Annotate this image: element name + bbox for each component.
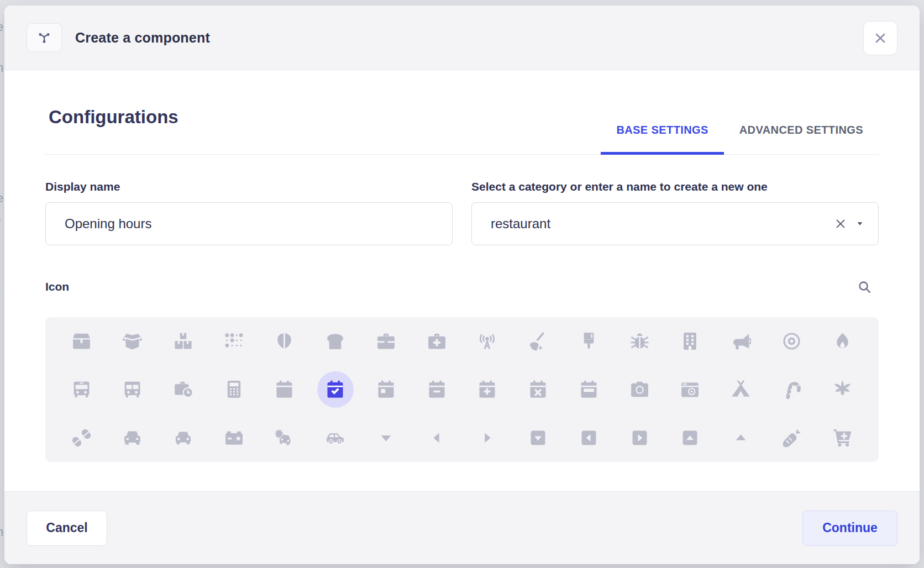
icon-option-boxes[interactable] xyxy=(165,323,201,360)
icon-option-caret-up[interactable] xyxy=(723,419,759,456)
caret-square-down-icon xyxy=(528,428,548,448)
icon-option-calendar-plus[interactable] xyxy=(469,371,506,408)
caret-down-icon[interactable] xyxy=(855,219,864,228)
icon-option-camera[interactable] xyxy=(621,371,658,408)
icon-grid xyxy=(45,317,879,462)
icon-option-box-open[interactable] xyxy=(114,323,151,360)
icon-option-car-side[interactable] xyxy=(317,419,354,456)
cancel-button[interactable]: Cancel xyxy=(27,511,107,546)
section-heading: Configurations xyxy=(49,107,179,128)
icon-option-brush[interactable] xyxy=(570,323,607,360)
candy-cane-icon xyxy=(781,379,802,399)
icon-option-bus[interactable] xyxy=(64,371,100,408)
component-branch-icon xyxy=(37,30,51,45)
backdrop-text-fragment: e xyxy=(0,191,3,206)
icon-option-car-alt[interactable] xyxy=(165,419,201,456)
icon-option-caret-square-left[interactable] xyxy=(570,419,607,456)
icon-option-caret-square-right[interactable] xyxy=(621,419,658,456)
icon-option-briefcase-medical[interactable] xyxy=(418,323,455,360)
icon-option-caret-left[interactable] xyxy=(418,419,455,456)
tab-advanced-settings[interactable]: ADVANCED SETTINGS xyxy=(724,124,879,155)
tab-base-settings[interactable]: BASE SETTINGS xyxy=(601,124,723,155)
car-battery-icon xyxy=(224,428,244,448)
icon-option-braille[interactable] xyxy=(216,323,252,360)
car-alt-icon xyxy=(173,428,193,448)
display-name-input[interactable] xyxy=(45,202,453,245)
icon-option-briefcase[interactable] xyxy=(368,323,404,360)
cart-plus-icon xyxy=(832,428,853,448)
category-select-input[interactable] xyxy=(471,202,879,245)
category-field: Select a category or enter a name to cre… xyxy=(471,180,879,245)
icon-option-calendar-times[interactable] xyxy=(520,371,556,408)
calendar-icon xyxy=(274,379,295,399)
modal-body: Configurations BASE SETTINGS ADVANCED SE… xyxy=(4,70,920,491)
create-component-modal: Create a component Configurations BASE S… xyxy=(4,6,920,564)
building-icon xyxy=(680,331,700,351)
caret-down-icon xyxy=(376,428,396,448)
burn-icon xyxy=(832,331,853,351)
icon-option-box[interactable] xyxy=(64,323,100,360)
icon-option-caret-down[interactable] xyxy=(368,419,404,456)
icon-option-car-crash[interactable] xyxy=(266,419,303,456)
icon-option-broadcast-tower[interactable] xyxy=(469,323,506,360)
icon-option-cart-plus[interactable] xyxy=(824,419,860,456)
icon-option-calendar-minus[interactable] xyxy=(418,371,455,408)
search-icon[interactable] xyxy=(857,280,872,294)
cannabis-icon xyxy=(832,379,853,399)
camera-retro-icon xyxy=(680,379,700,399)
icon-option-campground[interactable] xyxy=(723,371,759,408)
icon-option-calendar-day[interactable] xyxy=(368,371,404,408)
campground-icon xyxy=(731,379,751,399)
car-crash-icon xyxy=(274,428,295,448)
boxes-icon xyxy=(173,331,193,351)
icon-option-bullseye[interactable] xyxy=(773,323,810,360)
icon-option-building[interactable] xyxy=(672,323,708,360)
caret-square-right-icon xyxy=(629,428,650,448)
icon-option-capsules[interactable] xyxy=(64,419,100,456)
icon-option-caret-square-up[interactable] xyxy=(672,419,708,456)
car-icon xyxy=(122,428,143,448)
calendar-times-icon xyxy=(528,379,548,399)
category-label: Select a category or enter a name to cre… xyxy=(471,180,879,193)
form-fields: Display name Select a category or enter … xyxy=(45,180,879,245)
display-name-field: Display name xyxy=(45,180,453,245)
icon-option-candy-cane[interactable] xyxy=(773,371,810,408)
icon-option-carrot[interactable] xyxy=(773,419,810,456)
backdrop-text-fragment: n xyxy=(0,61,3,75)
icon-option-caret-square-down[interactable] xyxy=(520,419,556,456)
close-icon xyxy=(873,30,888,46)
continue-button[interactable]: Continue xyxy=(802,511,897,546)
icon-option-car-battery[interactable] xyxy=(216,419,252,456)
icon-option-car[interactable] xyxy=(114,419,151,456)
icon-option-broom[interactable] xyxy=(520,323,556,360)
close-button[interactable] xyxy=(863,21,897,55)
calendar-week-icon xyxy=(579,379,599,399)
icon-option-brain[interactable] xyxy=(266,323,303,360)
icon-option-bullhorn[interactable] xyxy=(723,323,759,360)
caret-up-icon xyxy=(731,428,751,448)
icon-option-calculator[interactable] xyxy=(216,371,252,408)
briefcase-icon xyxy=(376,331,396,351)
calendar-check-icon xyxy=(325,379,345,399)
icon-option-calendar-check[interactable] xyxy=(317,371,354,408)
box-icon xyxy=(71,331,92,351)
icon-option-business-time[interactable] xyxy=(165,371,201,408)
icon-option-burn[interactable] xyxy=(824,323,860,360)
icon-option-calendar-week[interactable] xyxy=(570,371,607,408)
icon-option-caret-right[interactable] xyxy=(469,419,506,456)
icon-option-bus-alt[interactable] xyxy=(114,371,151,408)
camera-icon xyxy=(629,379,650,399)
icon-option-camera-retro[interactable] xyxy=(672,371,708,408)
bus-icon xyxy=(71,379,92,399)
section-head: Configurations BASE SETTINGS ADVANCED SE… xyxy=(45,70,879,155)
clear-x-icon[interactable] xyxy=(834,218,847,230)
capsules-icon xyxy=(71,428,92,448)
broom-icon xyxy=(528,331,548,351)
caret-left-icon xyxy=(427,428,447,448)
icon-option-bread-slice[interactable] xyxy=(317,323,354,360)
caret-square-up-icon xyxy=(680,428,700,448)
icon-option-bug[interactable] xyxy=(621,323,658,360)
icon-option-calendar[interactable] xyxy=(266,371,303,408)
modal-footer: Cancel Continue xyxy=(4,491,920,564)
icon-option-cannabis[interactable] xyxy=(824,371,860,408)
